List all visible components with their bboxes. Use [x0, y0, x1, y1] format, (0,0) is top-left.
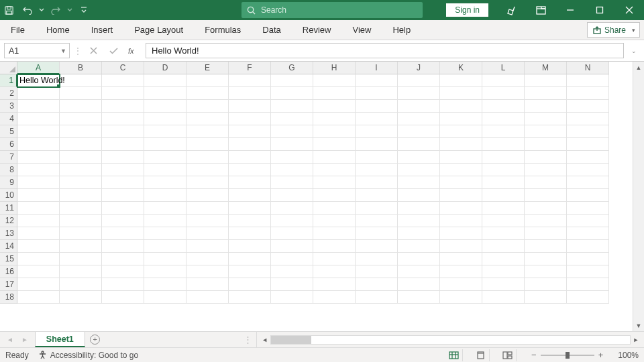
row-header-4[interactable]: 4 [0, 113, 17, 125]
cell-B17[interactable] [60, 278, 102, 291]
cell-B8[interactable] [60, 164, 102, 176]
cell-C13[interactable] [102, 227, 144, 240]
cell-N15[interactable] [567, 253, 609, 265]
cell-B4[interactable] [60, 113, 102, 125]
cell-C7[interactable] [102, 151, 144, 164]
cell-H6[interactable] [313, 138, 356, 151]
cell-M15[interactable] [525, 253, 567, 265]
customize-qat-icon[interactable] [75, 0, 93, 20]
undo-button[interactable] [19, 0, 36, 20]
cell-J18[interactable] [398, 291, 440, 304]
cell-L3[interactable] [482, 100, 525, 113]
redo-button[interactable] [47, 0, 64, 20]
cell-L2[interactable] [482, 87, 525, 100]
cell-C6[interactable] [102, 138, 144, 151]
cell-M13[interactable] [525, 227, 567, 240]
cell-E7[interactable] [186, 151, 229, 164]
tab-formulas[interactable]: Formulas [194, 20, 252, 40]
cell-A16[interactable] [17, 265, 60, 278]
cell-F6[interactable] [229, 138, 271, 151]
zoom-slider[interactable]: − + [531, 350, 603, 360]
cell-E14[interactable] [186, 240, 229, 253]
cell-K18[interactable] [440, 291, 482, 304]
row-header-16[interactable]: 16 [0, 265, 17, 278]
tab-view[interactable]: View [341, 20, 382, 40]
cell-J5[interactable] [398, 125, 440, 138]
cell-N10[interactable] [567, 189, 609, 202]
normal-view-icon[interactable] [445, 349, 463, 361]
name-box[interactable]: A1 ▼ [4, 43, 70, 58]
cell-D11[interactable] [144, 202, 186, 215]
cell-H4[interactable] [313, 113, 356, 125]
scroll-down-icon[interactable]: ▼ [633, 320, 644, 331]
cell-G1[interactable] [271, 74, 313, 87]
row-header-18[interactable]: 18 [0, 291, 17, 304]
cell-M16[interactable] [525, 265, 567, 278]
cell-M11[interactable] [525, 202, 567, 215]
cell-L8[interactable] [482, 164, 525, 176]
tab-home[interactable]: Home [36, 20, 80, 40]
cell-A13[interactable] [17, 227, 60, 240]
cell-A9[interactable] [17, 176, 60, 189]
cell-N11[interactable] [567, 202, 609, 215]
col-header-C[interactable]: C [102, 62, 144, 74]
cell-I10[interactable] [356, 189, 398, 202]
drag-handle-icon[interactable]: ⋮ [74, 46, 81, 56]
cell-I7[interactable] [356, 151, 398, 164]
cell-H5[interactable] [313, 125, 356, 138]
chevron-down-icon[interactable]: ▼ [60, 48, 66, 54]
cell-C11[interactable] [102, 202, 144, 215]
cell-L13[interactable] [482, 227, 525, 240]
col-header-J[interactable]: J [398, 62, 440, 74]
cell-C1[interactable] [102, 74, 144, 87]
tab-review[interactable]: Review [292, 20, 342, 40]
zoom-out-icon[interactable]: − [531, 350, 537, 360]
cell-H18[interactable] [313, 291, 356, 304]
cell-B10[interactable] [60, 189, 102, 202]
page-break-preview-icon[interactable] [499, 349, 517, 361]
scroll-up-icon[interactable]: ▲ [633, 62, 644, 73]
cell-K2[interactable] [440, 87, 482, 100]
cell-A18[interactable] [17, 291, 60, 304]
cell-A12[interactable] [17, 215, 60, 227]
cell-B13[interactable] [60, 227, 102, 240]
col-header-D[interactable]: D [144, 62, 186, 74]
ribbon-display-options-icon[interactable] [526, 0, 555, 20]
cell-H7[interactable] [313, 151, 356, 164]
redo-dropdown[interactable] [66, 0, 74, 20]
cell-N3[interactable] [567, 100, 609, 113]
cell-G13[interactable] [271, 227, 313, 240]
cell-N17[interactable] [567, 278, 609, 291]
cell-C5[interactable] [102, 125, 144, 138]
row-header-5[interactable]: 5 [0, 125, 17, 138]
cell-C17[interactable] [102, 278, 144, 291]
cell-L1[interactable] [482, 74, 525, 87]
cell-C10[interactable] [102, 189, 144, 202]
cell-G2[interactable] [271, 87, 313, 100]
cell-A2[interactable] [17, 87, 60, 100]
cell-H1[interactable] [313, 74, 356, 87]
cell-E3[interactable] [186, 100, 229, 113]
cell-F7[interactable] [229, 151, 271, 164]
cell-C12[interactable] [102, 215, 144, 227]
cell-D4[interactable] [144, 113, 186, 125]
zoom-level[interactable]: 100% [618, 351, 639, 360]
cell-D8[interactable] [144, 164, 186, 176]
cell-H17[interactable] [313, 278, 356, 291]
tab-insert[interactable]: Insert [80, 20, 124, 40]
cell-J1[interactable] [398, 74, 440, 87]
cell-I4[interactable] [356, 113, 398, 125]
cell-C2[interactable] [102, 87, 144, 100]
cell-F10[interactable] [229, 189, 271, 202]
save-icon[interactable] [0, 0, 17, 20]
page-layout-view-icon[interactable] [472, 349, 490, 361]
cell-K13[interactable] [440, 227, 482, 240]
cell-L4[interactable] [482, 113, 525, 125]
cell-N18[interactable] [567, 291, 609, 304]
expand-formula-bar-icon[interactable]: ⌄ [628, 48, 640, 54]
row-header-10[interactable]: 10 [0, 189, 17, 202]
insert-function-icon[interactable]: fx [125, 44, 142, 58]
cell-E8[interactable] [186, 164, 229, 176]
col-header-B[interactable]: B [60, 62, 102, 74]
row-header-8[interactable]: 8 [0, 164, 17, 176]
